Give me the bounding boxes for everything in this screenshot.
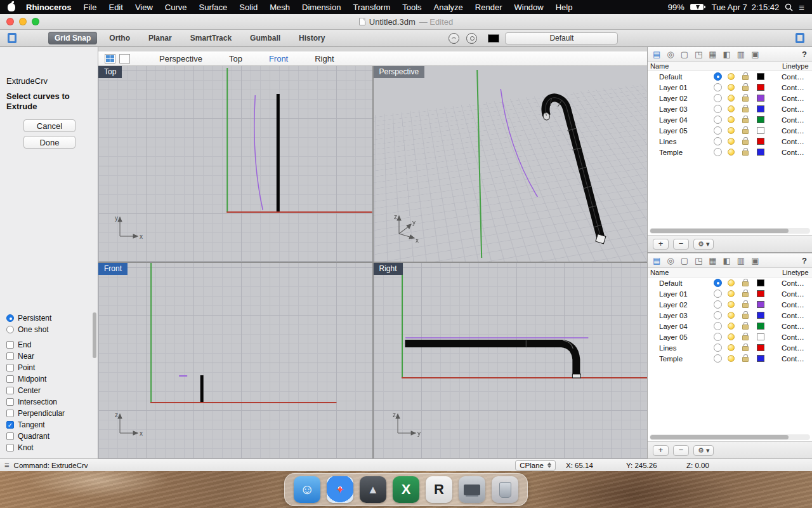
four-viewports-icon[interactable] xyxy=(105,54,115,64)
layer-color-swatch[interactable] xyxy=(757,138,764,145)
layer-lock-icon[interactable] xyxy=(742,314,749,319)
linetype-column-header[interactable]: Linetype xyxy=(782,269,812,276)
close-window-button[interactable] xyxy=(6,18,14,25)
displays-dock-icon[interactable] xyxy=(459,476,485,503)
menu-help[interactable]: Help xyxy=(556,3,573,12)
current-layer-radio[interactable] xyxy=(714,279,722,287)
layer-linetype[interactable]: Cont… xyxy=(782,127,804,135)
layer-visibility-bulb-icon[interactable] xyxy=(728,279,735,286)
new-document-icon[interactable] xyxy=(8,33,16,43)
osnap-perpendicular[interactable]: Perpendicular xyxy=(6,408,88,419)
layer-linetype[interactable]: Cont… xyxy=(782,149,804,156)
layer-row-layer-04[interactable]: Layer 04Cont… xyxy=(648,321,812,331)
counterclockwise-arrow-icon[interactable] xyxy=(449,33,459,44)
viewport-label-right[interactable]: Right xyxy=(374,263,403,275)
layer-visibility-bulb-icon[interactable] xyxy=(728,95,735,102)
layer-visibility-bulb-icon[interactable] xyxy=(728,73,735,80)
front-viewport-canvas[interactable]: z x xyxy=(98,263,372,458)
toolbar-button-history[interactable]: History xyxy=(292,32,331,44)
toolbar-button-planar[interactable]: Planar xyxy=(142,32,178,44)
layer-lock-icon[interactable] xyxy=(742,118,749,123)
current-layer-radio[interactable] xyxy=(714,116,722,124)
pages-icon[interactable]: ▥ xyxy=(737,50,745,59)
add-layer-button[interactable]: + xyxy=(653,239,669,250)
layer-linetype[interactable]: Cont… xyxy=(782,312,804,319)
current-layer-radio[interactable] xyxy=(714,83,722,91)
notes-icon[interactable]: ▢ xyxy=(681,256,688,265)
perspective-viewport-canvas[interactable]: z x y xyxy=(374,66,648,262)
render-settings-icon[interactable]: ▦ xyxy=(709,256,716,265)
launchpad-dock-icon[interactable]: ▲ xyxy=(360,476,386,503)
layer-color-swatch[interactable] xyxy=(757,301,764,308)
layer-row-temple[interactable]: TempleCont… xyxy=(648,353,812,364)
layer-color-swatch[interactable] xyxy=(757,127,764,134)
safari-dock-icon[interactable]: ✦ xyxy=(327,476,353,503)
notes-icon[interactable]: ▢ xyxy=(681,50,688,59)
viewport-top[interactable]: y x Top xyxy=(98,66,372,262)
tab-perspective[interactable]: Perspective xyxy=(159,54,202,64)
layer-color-swatch[interactable] xyxy=(757,355,764,362)
blocks-icon[interactable]: ◳ xyxy=(695,50,702,59)
layer-visibility-bulb-icon[interactable] xyxy=(728,355,735,362)
render-settings-icon[interactable]: ▦ xyxy=(709,50,716,59)
layer-lock-icon[interactable] xyxy=(742,150,749,156)
layer-row-layer-05[interactable]: Layer 05Cont… xyxy=(648,331,812,342)
current-layer-radio[interactable] xyxy=(714,300,722,309)
layer-row-layer-03[interactable]: Layer 03Cont… xyxy=(648,310,812,321)
menu-curve[interactable]: Curve xyxy=(165,3,187,12)
layer-visibility-bulb-icon[interactable] xyxy=(728,323,735,330)
target-circle-icon[interactable] xyxy=(466,33,477,44)
monitor-icon[interactable]: ▣ xyxy=(751,50,759,59)
tab-top[interactable]: Top xyxy=(229,54,242,64)
layer-visibility-bulb-icon[interactable] xyxy=(728,333,735,340)
viewport-label-perspective[interactable]: Perspective xyxy=(374,66,425,78)
layer-visibility-bulb-icon[interactable] xyxy=(728,84,735,91)
layer-color-swatch[interactable] xyxy=(757,344,764,351)
layers-icon[interactable]: ▤ xyxy=(653,50,660,59)
current-layer-radio[interactable] xyxy=(714,94,722,102)
layer-lock-icon[interactable] xyxy=(742,140,749,145)
menu-transform[interactable]: Transform xyxy=(353,3,390,12)
excel-dock-icon[interactable]: X xyxy=(393,476,419,503)
command-line[interactable]: Command: ExtrudeCrv xyxy=(14,462,88,469)
layer-lock-icon[interactable] xyxy=(742,281,749,286)
help-icon[interactable]: ? xyxy=(802,50,807,59)
current-layer-radio[interactable] xyxy=(714,290,722,298)
layer-lock-icon[interactable] xyxy=(742,75,749,80)
layer-row-lines[interactable]: LinesCont… xyxy=(648,136,812,147)
cancel-button[interactable]: Cancel xyxy=(23,119,75,132)
osnap-intersection[interactable]: Intersection xyxy=(6,396,88,408)
display-properties-icon[interactable]: ◎ xyxy=(667,50,674,59)
layer-color-swatch[interactable] xyxy=(757,84,764,91)
vertical-scrollbar-thumb[interactable] xyxy=(93,312,96,358)
menu-edit[interactable]: Edit xyxy=(108,3,122,12)
current-layer-radio[interactable] xyxy=(714,137,722,145)
osnap-near[interactable]: Near xyxy=(6,351,88,362)
current-layer-radio[interactable] xyxy=(714,354,722,363)
layer-options-menu[interactable]: ⚙ ▾ xyxy=(693,445,714,456)
layer-lock-icon[interactable] xyxy=(742,324,749,330)
single-viewport-icon[interactable] xyxy=(119,54,130,64)
menu-surface[interactable]: Surface xyxy=(199,3,228,12)
layer-lock-icon[interactable] xyxy=(742,107,749,112)
top-viewport-canvas[interactable]: y x xyxy=(98,66,372,262)
layer-visibility-bulb-icon[interactable] xyxy=(728,149,735,156)
layer-lock-icon[interactable] xyxy=(742,346,749,351)
layer-linetype[interactable]: Cont… xyxy=(782,301,804,309)
monitor-icon[interactable]: ▣ xyxy=(751,256,759,265)
layer-visibility-bulb-icon[interactable] xyxy=(728,344,735,351)
menu-file[interactable]: File xyxy=(84,3,97,12)
layer-color-swatch[interactable] xyxy=(757,73,764,80)
layer-color-swatch[interactable] xyxy=(757,149,764,156)
pages-icon[interactable]: ▥ xyxy=(737,256,745,265)
osnap-point[interactable]: Point xyxy=(6,362,88,373)
layer-options-menu[interactable]: ⚙ ▾ xyxy=(693,239,714,250)
window-title-bar[interactable]: Untitled.3dm — Edited xyxy=(0,14,812,30)
delete-layer-button[interactable]: − xyxy=(673,239,689,250)
cplane-selector[interactable]: CPlane xyxy=(515,460,556,471)
osnap-knot[interactable]: Knot xyxy=(6,442,88,453)
menu-bar-clock[interactable]: Tue Apr 7 2:15:42 xyxy=(712,3,779,12)
current-layer-radio[interactable] xyxy=(714,322,722,330)
rhinoceros-dock-icon[interactable]: R xyxy=(426,476,452,503)
layer-lock-icon[interactable] xyxy=(742,97,749,102)
